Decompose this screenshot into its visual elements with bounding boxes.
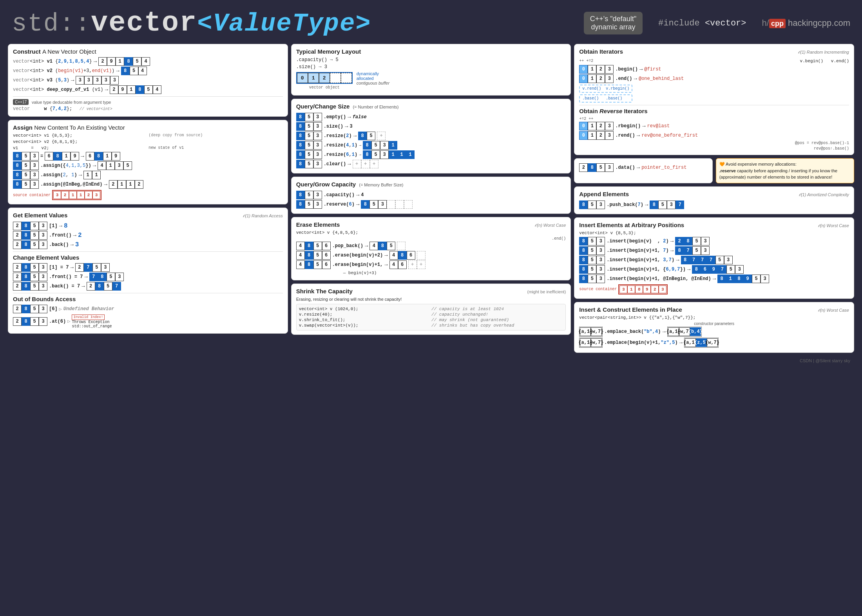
brand: h/cpp hackingcpp.com (762, 18, 850, 28)
rev-iter-title: Obtain Reverse Iterators (579, 108, 849, 114)
cpp17-row: C++17 value type deducable from argument… (13, 99, 283, 105)
iter-diagram: v.rend() v.rbegin() .base() .base() (579, 85, 849, 103)
iterators-panel: Obtain Iterators 𝒪(1) Random Incrementin… (574, 44, 854, 155)
source-container-assign: source container 321123 (13, 190, 283, 200)
get-index: 2853 [1] → 8 (13, 222, 283, 230)
default-badge: C++'s "default"dynamic array (584, 12, 643, 34)
size-panel: Query/Change Size (= Number of Elements)… (291, 99, 571, 173)
construct-v2: vector<int> v2 (begin(v1)+3,end(v1)) → 8… (13, 67, 283, 75)
emplace-setup: vector<pair<string,int>> v {{"a",1},{"w"… (579, 315, 849, 320)
constructor-params-label: constructor parameters (579, 322, 849, 326)
memory-layout: 0 1 2 vector object dynamically allocate… (296, 71, 566, 90)
shrink-panel: Shrink The Capacity (might be inefficien… (291, 284, 571, 335)
get-front: 2853 .front() → 2 (13, 231, 283, 240)
change-index: 2853 [1] = 7 → 2753 (13, 263, 283, 272)
end-line: 0 123 .end() → @one_behind_last (579, 74, 849, 83)
capacity-header: Query/Grow Capacity (= Memory Buffer Siz… (296, 181, 566, 190)
insert4: 853 .insert(begin(v)+1, {6,9,7}) → 86975… (579, 265, 849, 274)
header-right: C++'s "default"dynamic array #include <v… (584, 12, 850, 34)
emplace-complexity: 𝒪(n) Worst Case (818, 308, 849, 313)
shrink-code: vector<int> v (1024,0); // capacity is a… (296, 304, 566, 331)
erase-range: 4856 .erase(begin(v)+1, → 46 ++ — begin(… (296, 260, 566, 275)
oob-at: 2853 .at(6) ▷ Invalid Index! Throws Exce… (13, 314, 283, 329)
size-line: .size() → 3 (296, 64, 566, 70)
get-back: 2853 .back() → 3 (13, 240, 283, 249)
iterators-header: Obtain Iterators 𝒪(1) Random Incrementin… (579, 48, 849, 57)
append-panel: Append Elements 𝒪(1) Amortized Complexit… (574, 186, 854, 214)
reserve-line: 853 .reserve(6) → 853 (296, 200, 566, 209)
erase-complexity: 𝒪(n) Worst Case (534, 223, 566, 228)
append-complexity: 𝒪(1) Amortized Complexity (799, 192, 849, 197)
size-header: Query/Change Size (= Number of Elements) (296, 103, 566, 112)
get-header: Get Element Values 𝒪(1) Random Access (13, 212, 283, 221)
change-back: 2853 .back() = 7 → 2857 (13, 282, 283, 291)
emplace-back: {a,1}{w,7} .emplace_back("b",4) → {a,1}{… (579, 327, 849, 337)
main-title: std::vector<ValueType> (12, 7, 371, 39)
page: std::vector<ValueType> C++'s "default"dy… (0, 0, 862, 616)
content-grid: Construct A New Vector Object vector<int… (4, 44, 858, 357)
assign-title: Assign New Content To An Existing Vector (13, 124, 283, 131)
begin-line: 0 123 .begin() → @first (579, 65, 849, 74)
erase-end-label: .end() (296, 237, 566, 241)
data-note-row: 2853 .data() → pointer_to_first 🧡 Avoid … (574, 158, 854, 183)
emplace-title: Insert & Construct Elements in Place (579, 306, 682, 313)
insert3: 853 .insert(begin(v)+1, 3,7) → 877753 (579, 256, 849, 264)
insert-setup: vector<int> v {8,5,3}; (579, 231, 849, 235)
construct-title: Construct A New Vector Object (13, 48, 283, 55)
erase-header: Erase Elements 𝒪(n) Worst Case (296, 221, 566, 230)
shrink-title: Shrink The Capacity (296, 288, 353, 294)
popback-line: 4856 .pop_back() → 485 (296, 242, 566, 250)
clear-line: 853 .clear() → +++ (296, 160, 566, 168)
oob-title: Out of Bounds Access (13, 296, 283, 302)
emplace-panel: Insert & Construct Elements in Place 𝒪(n… (574, 302, 854, 353)
erase-begin2: 4856 .erase(begin(v)+2) → 486 (296, 251, 566, 260)
change-front: 2853 .front() = 7 → 7853 (13, 273, 283, 281)
capacity-panel: Query/Grow Capacity (= Memory Buffer Siz… (291, 177, 571, 214)
capacity-line: .capacity() → 5 (296, 57, 566, 63)
insert5: 853 .insert(begin(v)+1, @InBegin, @InEnd… (579, 275, 849, 283)
insert-complexity: 𝒪(n) Worst Case (818, 223, 849, 228)
insert-title: Insert Elements at Arbitrary Positions (579, 222, 684, 228)
rev-iter-note: +=2 ++ (579, 117, 849, 121)
footer: CSDN | @Silent starry sky (4, 357, 858, 365)
revpos-base-note: rev@pos↑.base() (579, 146, 849, 151)
assign-panel: Assign New Content To An Existing Vector… (8, 120, 288, 204)
erase-setup: vector<int> v {4,8,5,6}; (296, 230, 566, 235)
empty-line: 853 .empty() → false (296, 113, 566, 121)
construct-auto: vector w {7,4,2}; // vector<int> (13, 106, 283, 112)
append-header: Append Elements 𝒪(1) Amortized Complexit… (579, 191, 849, 200)
insert-header: Insert Elements at Arbitrary Positions 𝒪… (579, 222, 849, 231)
data-line: 2853 .data() → pointer_to_first (579, 163, 707, 172)
capacity-title: Query/Grow Capacity (296, 181, 356, 188)
get-title: Get Element Values (13, 212, 67, 219)
erase-panel: Erase Elements 𝒪(n) Worst Case vector<in… (291, 217, 571, 280)
pushback-line: 853 .push_back(7) → 8537 (579, 201, 849, 209)
data-panel: 2853 .data() → pointer_to_first (574, 158, 712, 183)
header: std::vector<ValueType> C++'s "default"dy… (4, 4, 858, 44)
insert2: 853 .insert(begin(v)+1, 7) → 8753 (579, 246, 849, 255)
assign-init-list: 853 .assign({4,1,3,5}) → 4135 (13, 161, 283, 170)
assign-count: 853 .assign(2, 1) → 11 (13, 171, 283, 179)
resize41-line: 853 .resize(4,1) → 8531 (296, 141, 566, 150)
rend-line: 0 123 .rend() → rev@one_before_first (579, 131, 849, 140)
size-title: Query/Change Size (296, 103, 350, 110)
emplace: {a,1}{w,7} .emplace(begin(v)+1,"z",5) → … (579, 338, 849, 348)
resize2-line: 853 .resize(2) → 85 + (296, 132, 566, 140)
shrink-header: Shrink The Capacity (might be inefficien… (296, 288, 566, 297)
source-container-insert: source container 318923 (579, 284, 849, 294)
construct-v1: vector<int> v1 {2,9,1,8,5,4} → 291 854 (13, 57, 283, 66)
change-title: Change Element Values (13, 254, 283, 261)
memory-title: Typical Memory Layout (296, 48, 566, 55)
memory-panel: Typical Memory Layout .capacity() → 5 .s… (291, 44, 571, 96)
reserve-note: 🧡 Avoid expensive memory allocations: .r… (716, 158, 854, 183)
construct-deep-copy: vector<int> deep_copy_of_v1 (v1) → 29185… (13, 85, 283, 94)
iter-increment-row: ++ +=2 v.begin() v.end() (579, 59, 849, 63)
insert-panel: Insert Elements at Arbitrary Positions 𝒪… (574, 217, 854, 299)
assign-range: 853 .assign(@InBeg,@InEnd) → 2112 (13, 180, 283, 189)
get-complexity: 𝒪(1) Random Access (243, 213, 283, 219)
construct-v3: vector<int> v3 (5,3) → 33333 (13, 76, 283, 85)
insert1: 853 .insert(begin(v) , 2) → 2853 (579, 237, 849, 246)
shrink-desc: Erasing, resizing or clearing will not s… (296, 297, 566, 302)
rbegin-line: 0 123 .rbegin() → rev@last (579, 122, 849, 130)
footer-text: CSDN | @Silent starry sky (800, 358, 850, 363)
